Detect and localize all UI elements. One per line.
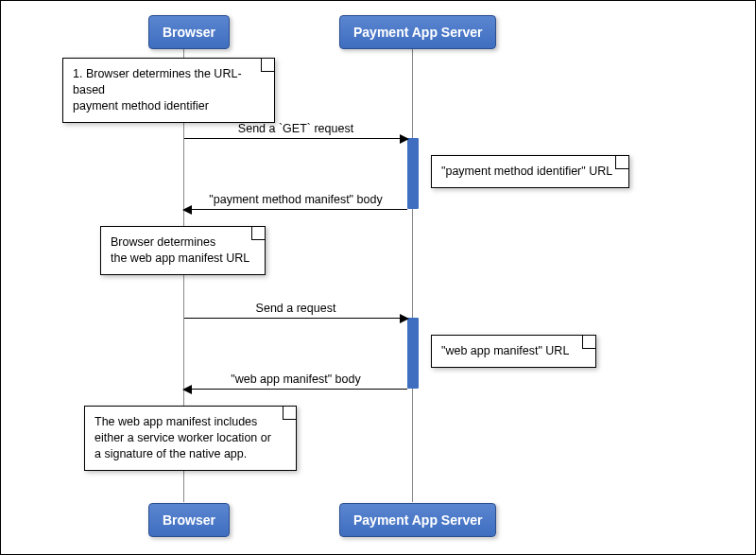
note-final: The web app manifest includeseither a se…: [84, 406, 297, 471]
note-pmi-url-text: "payment method identifier" URL: [441, 165, 612, 178]
message-get-request-line: [184, 138, 407, 139]
note-browser-manifest-url: Browser determinesthe web app manifest U…: [100, 226, 266, 275]
note-fold-icon: [261, 59, 274, 72]
lifeline-server: [412, 48, 413, 502]
message-wam-body-line: [190, 389, 407, 390]
note-wam-url-text: "web app manifest" URL: [441, 344, 569, 357]
arrow-icon: [400, 314, 409, 323]
participant-browser-bottom: Browser: [148, 503, 230, 537]
message-pmm-body-line: [190, 209, 407, 210]
message-wam-body-label: "web app manifest" body: [184, 373, 407, 386]
note-fold-icon: [582, 336, 595, 349]
participant-server-bottom: Payment App Server: [339, 503, 496, 537]
participant-server-top: Payment App Server: [339, 15, 496, 49]
activation-server-1: [407, 138, 419, 209]
message-pmm-body-label: "payment method manifest" body: [184, 193, 407, 206]
note-fold-icon: [251, 227, 265, 240]
arrow-icon: [400, 134, 409, 144]
note-initial: 1. Browser determines the URL-basedpayme…: [62, 58, 275, 123]
sequence-diagram: Browser Payment App Server Browser Payme…: [0, 0, 756, 555]
note-initial-text: 1. Browser determines the URL-basedpayme…: [73, 67, 242, 113]
message-send-request-label: Send a request: [184, 302, 407, 315]
note-pmi-url: "payment method identifier" URL: [431, 155, 629, 188]
note-browser-manifest-url-text: Browser determinesthe web app manifest U…: [111, 235, 249, 265]
participant-browser-top: Browser: [148, 15, 230, 49]
message-send-request-line: [184, 318, 407, 319]
note-final-text: The web app manifest includeseither a se…: [94, 415, 271, 460]
note-fold-icon: [615, 156, 628, 169]
note-wam-url: "web app manifest" URL: [431, 335, 596, 368]
arrow-icon: [182, 205, 192, 215]
message-get-request-label: Send a `GET` request: [184, 122, 407, 135]
activation-server-2: [407, 318, 419, 389]
note-fold-icon: [283, 407, 296, 420]
arrow-icon: [182, 385, 192, 394]
